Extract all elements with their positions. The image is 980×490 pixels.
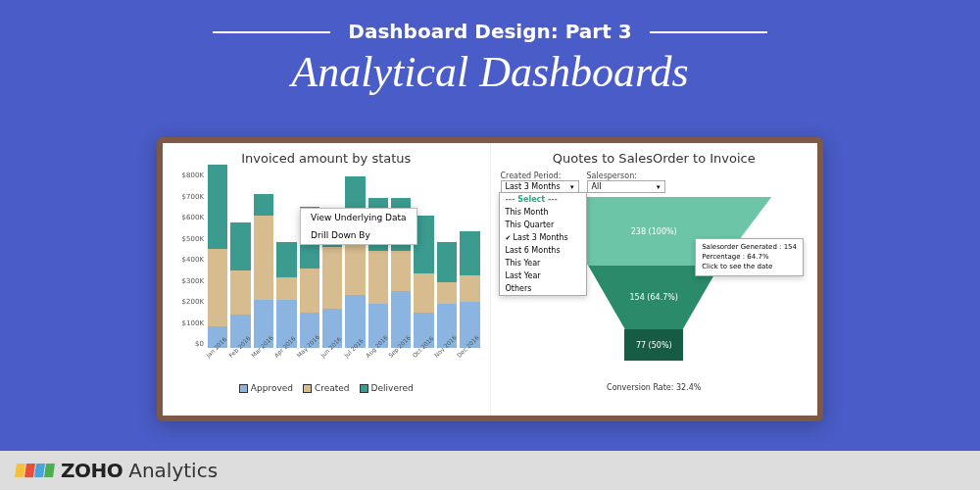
filter-period-label: Created Period:	[501, 172, 579, 180]
funnel-stage-3[interactable]: 77 (50%)	[624, 329, 683, 361]
funnel-tooltip: Salesorder Generated : 154 Percentage : …	[695, 238, 804, 276]
bar-col[interactable]: Apr 2016	[276, 242, 296, 348]
period-dropdown[interactable]: --- Select ---This MonthThis QuarterLast…	[499, 192, 587, 296]
dropdown-option[interactable]: This Month	[500, 206, 586, 219]
zoho-icon	[16, 464, 55, 477]
page-title: Analytical Dashboards	[0, 47, 980, 97]
chevron-down-icon: ▾	[657, 183, 661, 191]
filter-sales-label: Salesperson:	[587, 172, 665, 180]
page-subtitle: Dashboard Design: Part 3	[330, 20, 649, 43]
panel-funnel-title: Quotes to SalesOrder to Invoice	[501, 151, 808, 166]
panel-funnel: Quotes to SalesOrder to Invoice Created …	[490, 143, 818, 416]
filter-sales-select[interactable]: All▾	[587, 180, 665, 193]
legend-approved: Approved	[239, 383, 293, 393]
legend-delivered: Delivered	[360, 383, 414, 393]
bar-col[interactable]: Feb 2016	[230, 222, 250, 348]
dashboard-card: Invoiced amount by status $800K$700K$600…	[157, 137, 823, 421]
y-axis: $800K$700K$600K$500K$400K$300K$200K$100K…	[172, 172, 204, 348]
bar-col[interactable]: Jul 2016	[345, 176, 365, 349]
dropdown-option[interactable]: Last 6 Months	[500, 244, 586, 257]
dropdown-option[interactable]: This Quarter	[500, 219, 586, 231]
dropdown-option[interactable]: This Year	[500, 257, 586, 270]
bar-col[interactable]: Jan 2016	[208, 165, 227, 348]
chevron-down-icon: ▾	[570, 183, 574, 191]
panel-invoiced: Invoiced amount by status $800K$700K$600…	[163, 143, 490, 416]
ctx-drill-down[interactable]: Drill Down By	[301, 226, 416, 244]
footer: ZOHO Analytics	[0, 451, 980, 490]
dropdown-option[interactable]: Last Year	[500, 270, 586, 282]
dropdown-option[interactable]: Others	[500, 282, 586, 295]
conversion-rate: Conversion Rate: 32.4%	[501, 383, 808, 392]
context-menu[interactable]: View Underlying Data Drill Down By	[300, 208, 417, 245]
bar-col[interactable]: Mar 2016	[254, 194, 273, 349]
dropdown-option[interactable]: Last 3 Months	[500, 231, 586, 244]
bar-col[interactable]: Dec 2016	[460, 231, 479, 348]
ctx-view-data[interactable]: View Underlying Data	[301, 209, 416, 226]
brand-logo: ZOHO Analytics	[16, 459, 218, 482]
bar-chart[interactable]: $800K$700K$600K$500K$400K$300K$200K$100K…	[208, 172, 480, 348]
panel-invoiced-title: Invoiced amount by status	[172, 151, 480, 166]
bar-legend: Approved Created Delivered	[172, 383, 480, 393]
legend-created: Created	[303, 383, 350, 393]
bar-col[interactable]: Nov 2016	[437, 242, 457, 348]
